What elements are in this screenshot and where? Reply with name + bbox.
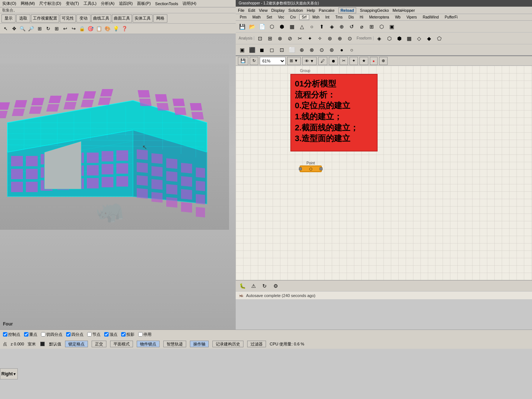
rhino-viewport[interactable]: 🦏 ↖ Four — [0, 34, 236, 330]
gh-menu-reload[interactable]: Reload — [338, 7, 357, 13]
gh-tab-int[interactable]: Int — [323, 14, 332, 20]
gh-icon-f6[interactable]: ◆ — [424, 34, 434, 43]
gh-icon-r8[interactable]: ⊗ — [307, 45, 317, 55]
btn-filter[interactable]: 过滤器 — [247, 341, 266, 347]
gh-tab-hi[interactable]: Hi — [357, 14, 366, 20]
gh-tab-math[interactable]: Math — [250, 14, 263, 20]
gh-canvas[interactable]: Group 01分析模型 流程分析： 0.定位点的建立 1.线的建立； 2.截面… — [236, 66, 532, 280]
gh-btn-circle-bi[interactable]: ⊕ — [379, 57, 388, 65]
gh-icon-save[interactable]: 💾 — [237, 22, 247, 31]
gh-icon-f2[interactable]: ⬡ — [385, 34, 394, 43]
menu-analysis[interactable]: 分析(A) — [101, 1, 115, 6]
tb-solid-tools[interactable]: 实体工具 — [133, 14, 153, 23]
cb-node[interactable] — [87, 332, 92, 337]
btn-lock-grid[interactable]: 锁定格点 — [65, 341, 88, 347]
gh-menu-pancake[interactable]: Pancake — [319, 8, 335, 13]
gh-menu-metahopper[interactable]: MetaHopper — [393, 8, 415, 13]
gh-menu-snapping[interactable]: SnappingGecko — [360, 8, 389, 13]
btn-smart-track[interactable]: 智慧轨迹 — [163, 341, 186, 347]
gh-btn-paint[interactable]: 🖊 — [318, 57, 327, 65]
gh-bottom-icon-bug[interactable]: 🐛 — [238, 282, 247, 290]
gh-tab-msh[interactable]: Msh — [310, 14, 322, 20]
gh-icon-cylinder[interactable]: ▦ — [287, 22, 297, 31]
icon-redo[interactable]: ↪ — [69, 25, 78, 33]
gh-icon-loft[interactable]: ◈ — [327, 22, 337, 31]
gh-icon-a4[interactable]: ⊘ — [285, 34, 295, 43]
gh-bottom-icon-settings[interactable]: ⚙ — [271, 282, 280, 290]
menu-transform[interactable]: 变动(T) — [66, 1, 79, 6]
gh-menu-file[interactable]: File — [238, 8, 245, 13]
gh-icon-f4[interactable]: ▦ — [405, 34, 414, 43]
btn-record-history[interactable]: 记录建构历史 — [212, 341, 243, 347]
gh-tab-pufferfi[interactable]: PufferFi — [442, 14, 460, 20]
icon-zoom-out[interactable]: 🔎 — [27, 25, 35, 33]
gh-icon-new[interactable]: 📄 — [257, 22, 267, 31]
icon-move[interactable]: ✥ — [10, 25, 18, 33]
gh-icon-open[interactable]: 📂 — [247, 22, 257, 31]
gh-menu-help[interactable]: Help — [307, 8, 315, 13]
gh-tab-vipers[interactable]: Vipers — [404, 14, 419, 20]
gh-btn-star[interactable]: ★ — [359, 57, 368, 65]
gh-btn-refresh[interactable]: ↻ — [250, 57, 258, 65]
gh-menu-display[interactable]: Display — [271, 8, 284, 13]
gh-point-node-body[interactable]: ⬡ — [300, 166, 322, 172]
icon-cursor[interactable]: ↖ — [1, 25, 10, 33]
tb-visibility[interactable]: 可见性 — [60, 14, 76, 23]
icon-snap[interactable]: 🎯 — [86, 25, 95, 33]
tb-mesh[interactable]: 网格 — [153, 14, 167, 23]
btn-ortho[interactable]: 正交 — [92, 341, 106, 347]
gh-bottom-icon-reload[interactable]: ↻ — [260, 282, 269, 290]
cb-project[interactable] — [121, 332, 126, 337]
gh-icon-a9[interactable]: ⊕ — [335, 34, 345, 43]
gh-icon-sweep[interactable]: ⊕ — [337, 22, 347, 31]
gh-tab-trns[interactable]: Trns — [333, 14, 345, 20]
menu-dim[interactable]: 尺寸标注(D) — [39, 1, 61, 6]
gh-icon-r5[interactable]: ⊡ — [277, 45, 287, 55]
gh-icon-pipe[interactable]: ⌀ — [357, 22, 366, 31]
gh-menu-edit[interactable]: Edit — [248, 8, 255, 13]
cb-quarter[interactable] — [66, 332, 71, 337]
gh-icon-r4[interactable]: ◻ — [267, 45, 277, 55]
gh-icon-a5[interactable]: ✂ — [295, 34, 305, 43]
gh-btn-scissors[interactable]: ✂ — [340, 57, 348, 65]
icon-lock[interactable]: 🔒 — [78, 25, 86, 33]
gh-icon-r3[interactable]: ◼ — [257, 45, 267, 55]
icon-grid[interactable]: ⊞ — [52, 25, 61, 33]
gh-tab-radiwind[interactable]: RadiWind — [420, 14, 441, 20]
gh-btn-zoom-fit[interactable]: ⊞ ▼ — [287, 57, 301, 65]
gh-bottom-icon-warning[interactable]: ⚠ — [249, 282, 258, 290]
gh-icon-revolve[interactable]: ↺ — [347, 22, 357, 31]
gh-icon-r6[interactable]: ⬜ — [287, 45, 297, 55]
gh-icon-f5[interactable]: ◇ — [415, 34, 424, 43]
gh-icon-a7[interactable]: ✧ — [315, 34, 325, 43]
gh-btn-eye[interactable]: 👁 ▼ — [302, 57, 317, 65]
tb-viewport-config[interactable]: 工作视窗配置 — [31, 14, 59, 23]
gh-icon-cone[interactable]: △ — [297, 22, 307, 31]
btn-operation-axis[interactable]: 操作轴 — [190, 341, 209, 347]
gh-tab-crv[interactable]: Crv — [287, 14, 299, 20]
gh-tab-vec[interactable]: Vec — [276, 14, 287, 20]
gh-tab-dis[interactable]: Dis — [346, 14, 356, 20]
gh-btn-record[interactable]: ⏺ — [329, 57, 338, 65]
gh-zoom-select[interactable]: 61% 100% 50% 75% — [260, 57, 286, 65]
gh-btn-crosshair[interactable]: ✦ — [349, 57, 358, 65]
cb-key-point[interactable] — [24, 332, 28, 337]
menu-sectiontools[interactable]: SectionTools — [155, 1, 178, 6]
cb-cut-quarter[interactable] — [41, 332, 45, 337]
gh-tab-set[interactable]: Set — [264, 14, 275, 20]
gh-icon-patch[interactable]: ⬡ — [377, 22, 386, 31]
menu-grid[interactable]: 网格(M) — [21, 1, 35, 6]
icon-rotate[interactable]: ↻ — [44, 25, 52, 33]
btn-plane-mode[interactable]: 平面模式 — [110, 341, 133, 347]
menu-help[interactable]: 说明(H) — [183, 1, 196, 6]
cb-control-point[interactable] — [3, 332, 7, 337]
icon-undo[interactable]: ↩ — [61, 25, 69, 33]
tb-select[interactable]: 选取 — [16, 14, 30, 23]
gh-tab-meteroptera[interactable]: Meteroptera — [366, 14, 392, 20]
gh-point-port-left[interactable] — [299, 167, 302, 170]
gh-icon-a8[interactable]: ⊛ — [325, 34, 335, 43]
gh-icon-r9[interactable]: ⊙ — [317, 45, 327, 55]
gh-tab-wb[interactable]: Wb — [392, 14, 403, 20]
gh-icon-fill[interactable]: ▣ — [387, 22, 396, 31]
gh-icon-f7[interactable]: ⬠ — [434, 34, 444, 43]
